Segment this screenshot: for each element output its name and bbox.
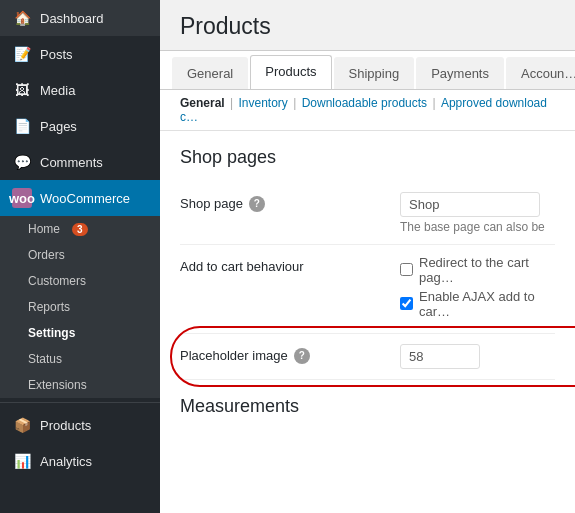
page-title: Products	[180, 12, 555, 42]
tab-shipping[interactable]: Shipping	[334, 57, 415, 89]
tab-accounts[interactable]: Accoun…	[506, 57, 575, 89]
sidebar-item-media[interactable]: 🖼 Media	[0, 72, 160, 108]
sidebar-item-products[interactable]: 📦 Products	[0, 407, 160, 443]
sidebar-item-woocommerce[interactable]: woo WooCommerce	[0, 180, 160, 216]
sidebar-label: Home	[28, 222, 60, 236]
posts-icon: 📝	[12, 44, 32, 64]
pages-icon: 📄	[12, 116, 32, 136]
sidebar-item-orders[interactable]: Orders	[0, 242, 160, 268]
sidebar-label: Status	[28, 352, 62, 366]
sidebar-item-dashboard[interactable]: 🏠 Dashboard	[0, 0, 160, 36]
dashboard-icon: 🏠	[12, 8, 32, 28]
sidebar-label: Customers	[28, 274, 86, 288]
sidebar-item-home[interactable]: Home 3	[0, 216, 160, 242]
tab-general[interactable]: General	[172, 57, 248, 89]
analytics-icon: 📊	[12, 451, 32, 471]
sidebar-label: Dashboard	[40, 11, 104, 26]
subtab-sep1: |	[230, 96, 236, 110]
placeholder-input[interactable]	[400, 344, 480, 369]
sidebar-label: Pages	[40, 119, 77, 134]
placeholder-label: Placeholder image ?	[180, 344, 380, 364]
page-header: Products	[160, 0, 575, 51]
add-to-cart-label: Add to cart behaviour	[180, 255, 380, 274]
ajax-label: Enable AJAX add to car…	[419, 289, 555, 319]
subtab-inventory[interactable]: Inventory	[239, 96, 288, 110]
sidebar-item-settings[interactable]: Settings	[0, 320, 160, 346]
shop-page-label: Shop page ?	[180, 192, 380, 212]
subtab-sep3: |	[432, 96, 438, 110]
add-to-cart-row: Add to cart behaviour Redirect to the ca…	[180, 245, 555, 334]
placeholder-control	[400, 344, 555, 369]
sidebar-label: Analytics	[40, 454, 92, 469]
sidebar-submenu: Home 3 Orders Customers Reports Settings…	[0, 216, 160, 398]
sidebar-item-status[interactable]: Status	[0, 346, 160, 372]
sidebar-label: Products	[40, 418, 91, 433]
sub-tabs: General | Inventory | Downloadable produ…	[160, 90, 575, 131]
shop-page-help-icon[interactable]: ?	[249, 196, 265, 212]
main-content: Products General Products Shipping Payme…	[160, 0, 575, 513]
tabs-bar: General Products Shipping Payments Accou…	[160, 51, 575, 90]
sidebar-label: Settings	[28, 326, 75, 340]
home-badge: 3	[72, 223, 88, 236]
sidebar-item-comments[interactable]: 💬 Comments	[0, 144, 160, 180]
sidebar-item-pages[interactable]: 📄 Pages	[0, 108, 160, 144]
tab-products[interactable]: Products	[250, 55, 331, 89]
ajax-checkbox[interactable]	[400, 297, 413, 310]
add-to-cart-control: Redirect to the cart pag… Enable AJAX ad…	[400, 255, 555, 323]
sidebar-label: Reports	[28, 300, 70, 314]
shop-page-helper: The base page can also be	[400, 220, 555, 234]
measurements-title: Measurements	[180, 396, 555, 417]
sidebar-item-reports[interactable]: Reports	[0, 294, 160, 320]
subtab-general[interactable]: General	[180, 96, 225, 110]
settings-content: Shop pages Shop page ? The base page can…	[160, 131, 575, 513]
woocommerce-icon: woo	[12, 188, 32, 208]
ajax-checkbox-row: Enable AJAX add to car…	[400, 289, 555, 319]
shop-page-control: The base page can also be	[400, 192, 555, 234]
redirect-label: Redirect to the cart pag…	[419, 255, 555, 285]
shop-pages-title: Shop pages	[180, 147, 555, 168]
sidebar-label: Extensions	[28, 378, 87, 392]
subtab-sep2: |	[293, 96, 299, 110]
subtab-downloadable[interactable]: Downloadable products	[302, 96, 427, 110]
sidebar-item-extensions[interactable]: Extensions	[0, 372, 160, 398]
sidebar-item-customers[interactable]: Customers	[0, 268, 160, 294]
sidebar-label: Comments	[40, 155, 103, 170]
sidebar-label: Posts	[40, 47, 73, 62]
sidebar: 🏠 Dashboard 📝 Posts 🖼 Media 📄 Pages 💬 Co…	[0, 0, 160, 513]
sidebar-divider	[0, 402, 160, 403]
tab-payments[interactable]: Payments	[416, 57, 504, 89]
placeholder-image-row: Placeholder image ?	[180, 334, 555, 380]
comments-icon: 💬	[12, 152, 32, 172]
sidebar-label: Orders	[28, 248, 65, 262]
redirect-checkbox[interactable]	[400, 263, 413, 276]
sidebar-label: Media	[40, 83, 75, 98]
sidebar-label: WooCommerce	[40, 191, 130, 206]
products-icon: 📦	[12, 415, 32, 435]
sidebar-item-posts[interactable]: 📝 Posts	[0, 36, 160, 72]
media-icon: 🖼	[12, 80, 32, 100]
shop-page-input[interactable]	[400, 192, 540, 217]
sidebar-item-analytics[interactable]: 📊 Analytics	[0, 443, 160, 479]
shop-page-row: Shop page ? The base page can also be	[180, 182, 555, 245]
placeholder-help-icon[interactable]: ?	[294, 348, 310, 364]
redirect-checkbox-row: Redirect to the cart pag…	[400, 255, 555, 285]
